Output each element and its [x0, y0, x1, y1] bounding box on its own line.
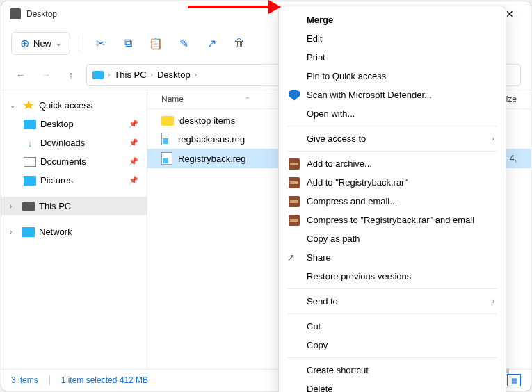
sidebar-item-label: Pictures	[40, 175, 73, 186]
file-name: Registryback.reg	[178, 154, 246, 164]
ctx-add-archive[interactable]: Add to archive...	[279, 154, 506, 173]
sidebar-item-documents[interactable]: Documents 📌	[1, 152, 147, 171]
separator	[287, 126, 497, 126]
item-count: 3 items	[11, 375, 38, 385]
separator	[287, 151, 497, 152]
sidebar-network[interactable]: › Network	[1, 222, 147, 241]
separator	[287, 357, 497, 358]
folder-icon	[161, 116, 174, 126]
ctx-share[interactable]: ↗Share	[279, 248, 506, 267]
download-icon: ↓	[24, 138, 36, 148]
new-label: New	[33, 38, 51, 49]
ctx-print[interactable]: Print	[279, 48, 506, 67]
document-icon	[24, 157, 36, 167]
cut-icon[interactable]: ✂	[88, 31, 113, 56]
separator	[287, 288, 497, 289]
pc-icon	[92, 71, 104, 79]
chevron-right-icon: ›	[10, 228, 18, 236]
new-button[interactable]: ⊕ New ⌄	[11, 32, 70, 55]
quick-access-label: Quick access	[39, 100, 92, 111]
sidebar: ⌄ Quick access Desktop 📌 ↓ Downloads 📌 D…	[1, 90, 147, 369]
selection-info: 1 item selected 412 MB	[61, 375, 148, 385]
ctx-copy-path[interactable]: Copy as path	[279, 229, 506, 248]
chevron-right-icon: ›	[492, 135, 494, 142]
ctx-copy[interactable]: Copy	[279, 336, 506, 354]
app-icon	[10, 8, 21, 19]
pc-icon	[22, 202, 35, 211]
search-input[interactable]	[507, 64, 521, 86]
ctx-send-to[interactable]: Send to›	[279, 292, 506, 311]
sidebar-item-label: Desktop	[40, 119, 74, 129]
ctx-open-with[interactable]: Open with...	[279, 104, 506, 123]
archive-icon	[289, 177, 300, 188]
ctx-give-access[interactable]: Give access to›	[279, 129, 506, 148]
pin-icon: 📌	[129, 176, 138, 185]
ctx-create-shortcut[interactable]: Create shortcut	[279, 361, 506, 379]
separator	[49, 375, 50, 385]
ctx-pin-quick-access[interactable]: Pin to Quick access	[279, 67, 506, 85]
share-icon: ↗	[287, 252, 298, 263]
archive-icon	[289, 196, 300, 207]
sort-indicator-icon: ⌃	[245, 96, 250, 103]
chevron-down-icon: ⌄	[56, 40, 61, 47]
back-button[interactable]: ←	[11, 65, 31, 85]
ctx-cut[interactable]: Cut	[279, 317, 506, 336]
chevron-down-icon: ⌄	[10, 101, 18, 109]
sidebar-item-label: Downloads	[40, 138, 85, 148]
separator	[287, 313, 497, 314]
chevron-right-icon: ›	[108, 71, 110, 79]
file-name: regbackasus.reg	[178, 134, 245, 145]
sidebar-this-pc[interactable]: › This PC	[1, 197, 147, 215]
sidebar-item-label: Documents	[40, 156, 86, 167]
pin-icon: 📌	[129, 157, 138, 166]
shield-icon	[289, 90, 300, 101]
pin-icon: 📌	[129, 138, 138, 147]
sidebar-item-desktop[interactable]: Desktop 📌	[1, 115, 147, 133]
sidebar-quick-access[interactable]: ⌄ Quick access	[1, 96, 147, 115]
paste-icon[interactable]: 📋	[143, 31, 168, 56]
star-icon	[22, 101, 35, 111]
breadcrumb-current[interactable]: Desktop	[157, 70, 191, 80]
desktop-icon	[24, 120, 36, 129]
chevron-right-icon: ›	[10, 202, 18, 210]
ctx-scan-defender[interactable]: Scan with Microsoft Defender...	[279, 85, 506, 104]
forward-button[interactable]: →	[36, 65, 56, 85]
ctx-edit[interactable]: Edit	[279, 29, 506, 48]
chevron-right-icon: ›	[492, 297, 494, 305]
pictures-icon	[24, 176, 36, 186]
rename-icon[interactable]: ✎	[171, 31, 196, 56]
window-title: Desktop	[26, 9, 57, 19]
separator	[79, 35, 79, 51]
archive-icon	[289, 215, 300, 226]
reg-file-icon	[161, 152, 172, 165]
this-pc-label: This PC	[39, 201, 71, 211]
ctx-merge[interactable]: Merge	[279, 10, 506, 29]
ctx-add-rar[interactable]: Add to "Registryback.rar"	[279, 173, 506, 192]
delete-icon[interactable]: 🗑	[227, 31, 252, 56]
chevron-right-icon: ›	[195, 71, 197, 79]
up-button[interactable]: ↑	[61, 65, 81, 85]
breadcrumb-root[interactable]: This PC	[114, 70, 146, 80]
archive-icon	[289, 158, 300, 170]
reg-file-icon	[161, 133, 172, 145]
sidebar-item-pictures[interactable]: Pictures 📌	[1, 171, 147, 190]
ctx-compress-email[interactable]: Compress and email...	[279, 192, 506, 211]
file-name: desktop items	[179, 115, 235, 126]
ctx-compress-to[interactable]: Compress to "Registryback.rar" and email	[279, 211, 506, 229]
sidebar-item-downloads[interactable]: ↓ Downloads 📌	[1, 133, 147, 152]
context-menu: Merge Edit Print Pin to Quick access Sca…	[278, 6, 506, 392]
pin-icon: 📌	[129, 120, 138, 129]
share-icon[interactable]: ↗	[199, 31, 224, 56]
chevron-right-icon: ›	[151, 71, 153, 79]
copy-icon[interactable]: ⧉	[115, 31, 140, 56]
ctx-delete[interactable]: Delete	[279, 379, 506, 392]
annotation-arrow	[188, 6, 271, 8]
network-label: Network	[39, 227, 72, 237]
ctx-restore[interactable]: Restore previous versions	[279, 267, 506, 286]
network-icon	[22, 227, 35, 237]
plus-icon: ⊕	[20, 37, 29, 50]
